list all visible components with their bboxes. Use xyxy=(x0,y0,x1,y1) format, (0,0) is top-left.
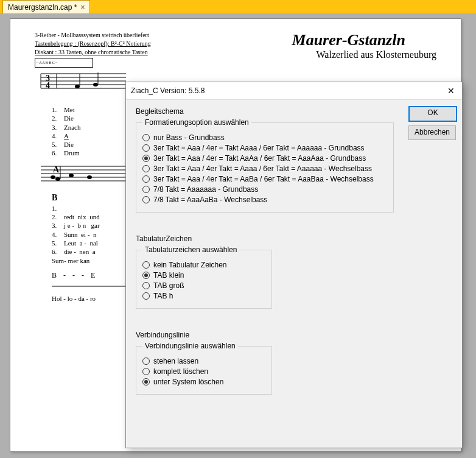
svg-point-18 xyxy=(51,175,55,179)
line-option-label: stehen lassen xyxy=(153,357,198,365)
radio-icon[interactable] xyxy=(142,272,150,279)
group3-fieldset: Verbindungslinie auswählen stehen lassen… xyxy=(136,342,272,395)
radio-icon[interactable] xyxy=(142,165,150,172)
staff-segment-1: 3 4 xyxy=(35,68,126,104)
radio-icon[interactable] xyxy=(142,134,150,141)
group2-legend: Tabulaturzeichen auswählen xyxy=(142,245,239,254)
tab-option-2[interactable]: TAB groß xyxy=(142,281,265,290)
radio-icon[interactable] xyxy=(142,282,150,289)
radio-icon[interactable] xyxy=(142,186,150,193)
tab-strip: Maurergstanzln.cap * × xyxy=(0,0,476,14)
tab-option-label: TAB groß xyxy=(153,281,184,290)
svg-point-9 xyxy=(75,85,80,88)
tab-option-0[interactable]: kein Tabulatur Zeichen xyxy=(142,261,265,269)
line-option-2[interactable]: unter System löschen xyxy=(142,378,265,386)
line-option-0[interactable]: stehen lassen xyxy=(142,357,265,365)
radio-icon[interactable] xyxy=(142,292,150,300)
line-option-1[interactable]: komplett löschen xyxy=(142,367,265,376)
tab-option-label: TAB klein xyxy=(153,271,184,280)
key-diagram-box: ·· A A B B C ·· xyxy=(35,58,93,68)
meta-line-2: Tastenbelegung : (Rosenzopf); B³-C³ Noti… xyxy=(35,40,151,47)
svg-point-11 xyxy=(93,83,98,86)
radio-icon[interactable] xyxy=(142,196,150,203)
tab-close-icon[interactable]: × xyxy=(80,3,85,12)
format-option-label: 3er Takt = Aaa / 4er = Takt Aaaa / 6er T… xyxy=(153,144,365,152)
format-option-label: 3er Takt = Aaa / 4er = Takt AaAa / 6er T… xyxy=(153,154,366,163)
meta-line-1: 3-Reiher - Mollbasssystem steirisch über… xyxy=(35,31,329,40)
format-option-0[interactable]: nur Bass - Grundbass xyxy=(142,133,387,142)
cancel-button[interactable]: Abbrechen xyxy=(408,125,456,140)
radio-icon[interactable] xyxy=(142,175,150,183)
group2-fieldset: Tabulaturzeichen auswählen kein Tabulatu… xyxy=(136,245,272,309)
dialog-titlebar: Ziach_C Version: 5.5.8 ✕ xyxy=(126,82,462,100)
format-option-label: nur Bass - Grundbass xyxy=(153,133,225,142)
radio-icon[interactable] xyxy=(142,358,150,365)
tab-option-label: kein Tabulatur Zeichen xyxy=(153,261,227,269)
format-option-6[interactable]: 7/8 Takt = AaaAaBa - Wechselbass xyxy=(142,196,387,204)
svg-point-21 xyxy=(69,174,74,177)
group2-label: TabulaturZeichen xyxy=(136,234,455,243)
radio-icon[interactable] xyxy=(142,155,150,162)
radio-icon[interactable] xyxy=(142,378,150,386)
format-option-label: 3er Takt = Aaa / 4er Takt = Aaaa / 6er T… xyxy=(153,164,372,173)
sheet-title: Maurer-Gstanzln xyxy=(292,31,436,49)
format-option-label: 7/8 Takt = Aaaaaaa - Grundbass xyxy=(153,185,258,194)
line-option-label: komplett löschen xyxy=(153,367,208,376)
document-tab[interactable]: Maurergstanzln.cap * × xyxy=(2,0,90,13)
sheet-subtitle: Walzerlied aus Klosterneuburg xyxy=(317,49,436,60)
format-option-5[interactable]: 7/8 Takt = Aaaaaaa - Grundbass xyxy=(142,185,387,194)
tab-label: Maurergstanzln.cap * xyxy=(8,3,77,12)
tab-option-1[interactable]: TAB klein xyxy=(142,271,265,280)
svg-point-22 xyxy=(87,175,92,179)
staff-segment-2 xyxy=(35,160,126,191)
svg-point-19 xyxy=(55,177,60,181)
radio-icon[interactable] xyxy=(142,368,150,375)
format-option-label: 3er Takt = Aaa / 4er Takt = AaBa / 6er T… xyxy=(153,175,374,183)
format-option-label: 7/8 Takt = AaaAaBa - Wechselbass xyxy=(153,196,267,204)
svg-text:4: 4 xyxy=(46,81,50,90)
format-option-4[interactable]: 3er Takt = Aaa / 4er Takt = AaBa / 6er T… xyxy=(142,175,387,183)
options-dialog: Ziach_C Version: 5.5.8 ✕ OK Abbrechen Be… xyxy=(125,82,463,448)
group3-label: Verbindungslinie xyxy=(136,331,455,339)
dialog-title: Ziach_C Version: 5.5.8 xyxy=(131,86,445,95)
radio-icon[interactable] xyxy=(142,144,150,152)
format-option-3[interactable]: 3er Takt = Aaa / 4er Takt = Aaaa / 6er T… xyxy=(142,164,387,173)
chord-letter-a: A xyxy=(53,165,59,175)
group1-legend: Formatierungsoption auswählen xyxy=(142,118,251,127)
dialog-close-icon[interactable]: ✕ xyxy=(445,86,457,96)
radio-icon[interactable] xyxy=(142,261,150,269)
ok-button[interactable]: OK xyxy=(408,106,457,122)
line-option-label: unter System löschen xyxy=(153,378,223,386)
format-option-1[interactable]: 3er Takt = Aaa / 4er = Takt Aaaa / 6er T… xyxy=(142,144,387,152)
group1-label: Begleitschema xyxy=(136,107,455,116)
tab-option-label: TAB h xyxy=(153,292,173,300)
meta-line-3: Diskant : 33 Tasten, ohne chromatische T… xyxy=(35,49,148,55)
format-option-2[interactable]: 3er Takt = Aaa / 4er = Takt AaAa / 6er T… xyxy=(142,154,387,163)
group1-fieldset: Formatierungsoption auswählen nur Bass -… xyxy=(136,118,394,213)
group3-legend: Verbindungslinie auswählen xyxy=(142,342,238,350)
tab-option-3[interactable]: TAB h xyxy=(142,292,265,300)
